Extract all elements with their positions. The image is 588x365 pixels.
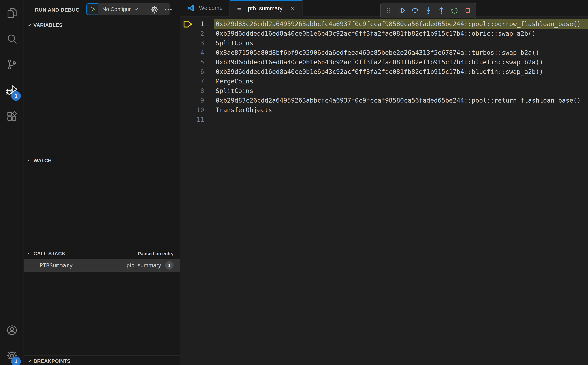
- line-text: 0xb39d6dddedd16ed8a40ce0b1e6b43c92acf0ff…: [214, 67, 588, 77]
- line-number: 2: [180, 30, 204, 37]
- line-number: 5: [180, 58, 204, 66]
- line-text: TransferObjects: [214, 105, 588, 115]
- stop-button[interactable]: [462, 5, 473, 16]
- vscode-logo-icon: [187, 4, 195, 12]
- call-stack-status: Paused on entry: [138, 251, 174, 256]
- line-number: 9: [180, 97, 204, 104]
- section-label: CALL STACK: [34, 251, 65, 257]
- sidebar-item-explorer[interactable]: [3, 3, 21, 23]
- code-line[interactable]: 90xb29d83c26cdd2a64959263abbcfc4a6937f0c…: [180, 96, 588, 105]
- code-line[interactable]: 7MergeCoins: [180, 77, 588, 86]
- line-text: 0xb29d83c26cdd2a64959263abbcfc4a6937f0c9…: [214, 96, 588, 105]
- vscode-window: 1: [0, 0, 588, 365]
- code-line[interactable]: 60xb39d6dddedd16ed8a40ce0b1e6b43c92acf0f…: [180, 67, 588, 77]
- section-call-stack[interactable]: CALL STACK Paused on entry: [24, 248, 180, 259]
- code-line[interactable]: 10xb29d83c26cdd2a64959263abbcfc4a6937f0c…: [180, 19, 588, 29]
- line-number: 4: [180, 49, 204, 56]
- sidebar-item-run-and-debug[interactable]: 1: [3, 80, 21, 100]
- code-line[interactable]: 50xb39d6dddedd16ed8a40ce0b1e6b43c92acf0f…: [180, 57, 588, 67]
- step-over-button[interactable]: [410, 5, 420, 16]
- run-and-debug-sidebar: RUN AND DEBUG No Configur: [24, 0, 180, 365]
- chevron-down-icon[interactable]: [133, 6, 139, 12]
- line-number: 11: [180, 116, 204, 123]
- line-text: SplitCoins: [214, 38, 588, 48]
- files-icon: [6, 7, 18, 19]
- section-breakpoints[interactable]: BREAKPOINTS: [24, 355, 180, 365]
- chevron-down-icon: [27, 251, 32, 256]
- line-text: 0xb39d6dddedd16ed8a40ce0b1e6b43c92acf0ff…: [214, 57, 588, 67]
- line-number: 6: [180, 68, 204, 75]
- line-text: MergeCoins: [214, 77, 588, 86]
- editor-group: Welcome ptb_summary: [180, 0, 588, 365]
- line-number: 8: [180, 87, 204, 94]
- chevron-down-icon: [27, 22, 32, 28]
- step-into-button[interactable]: [423, 5, 433, 16]
- activity-bar: 1: [0, 0, 24, 365]
- chevron-down-icon: [27, 358, 32, 364]
- accounts-item[interactable]: [3, 320, 21, 340]
- continue-button[interactable]: [397, 5, 407, 16]
- sidebar-item-extensions[interactable]: [3, 106, 21, 126]
- restart-button[interactable]: [449, 5, 460, 16]
- debug-toolbar: [380, 3, 476, 18]
- tab-ptb-summary[interactable]: ptb_summary: [230, 0, 303, 16]
- code-area[interactable]: 10xb29d83c26cdd2a64959263abbcfc4a6937f0c…: [180, 19, 588, 124]
- line-number: 10: [180, 106, 204, 114]
- views-more-actions-button[interactable]: [164, 5, 173, 14]
- start-debugging-button[interactable]: [86, 3, 98, 15]
- source-control-icon: [6, 58, 18, 70]
- step-out-button[interactable]: [436, 5, 447, 16]
- configuration-dropdown[interactable]: No Configur: [102, 6, 131, 12]
- sidebar-title: RUN AND DEBUG: [35, 7, 80, 13]
- line-number: 7: [180, 77, 204, 85]
- line-text: [214, 115, 588, 124]
- code-line[interactable]: 3SplitCoins: [180, 38, 588, 48]
- line-text: SplitCoins: [214, 86, 588, 96]
- sidebar-item-search[interactable]: [3, 29, 21, 49]
- code-line[interactable]: 11: [180, 115, 588, 124]
- list-file-icon: [236, 5, 244, 12]
- tab-label: ptb_summary: [248, 5, 283, 12]
- code-line[interactable]: 10TransferObjects: [180, 105, 588, 115]
- call-stack-frame-row[interactable]: PTBSummary ptb_summary 1: [24, 259, 180, 272]
- line-text: 0xb39d6dddedd16ed8a40ce0b1e6b43c92acf0ff…: [214, 29, 588, 38]
- code-line[interactable]: 20xb39d6dddedd16ed8a40ce0b1e6b43c92acf0f…: [180, 29, 588, 38]
- open-launch-json-button[interactable]: [150, 5, 159, 14]
- section-label: WATCH: [34, 158, 52, 164]
- line-text: 0x8ae871505a80d8bf6bf9c05906cda6edfeea46…: [214, 48, 588, 57]
- section-label: BREAKPOINTS: [34, 358, 71, 364]
- extensions-icon: [6, 110, 18, 122]
- tab-label: Welcome: [199, 5, 223, 11]
- close-icon[interactable]: [289, 5, 296, 12]
- sidebar-item-source-control[interactable]: [3, 54, 21, 75]
- line-text: 0xb29d83c26cdd2a64959263abbcfc4a6937f0c9…: [214, 19, 588, 29]
- debug-badge: 1: [11, 91, 21, 101]
- play-icon: [89, 6, 96, 13]
- frame-name: PTBSummary: [40, 262, 73, 269]
- tab-welcome[interactable]: Welcome: [180, 0, 230, 16]
- chevron-down-icon: [27, 158, 32, 163]
- debug-current-line-arrow-icon: [183, 20, 193, 28]
- frame-file: ptb_summary: [127, 262, 161, 269]
- code-line[interactable]: 40x8ae871505a80d8bf6bf9c05906cda6edfeea4…: [180, 48, 588, 57]
- manage-badge: 1: [11, 357, 21, 365]
- frame-line-badge: 1: [165, 261, 174, 270]
- account-icon: [6, 324, 18, 336]
- section-variables[interactable]: VARIABLES: [24, 20, 180, 30]
- toolbar-drag-grip[interactable]: [383, 5, 394, 16]
- line-number: 3: [180, 39, 204, 47]
- manage-item[interactable]: 1: [3, 345, 21, 365]
- section-watch[interactable]: WATCH: [24, 155, 180, 166]
- search-icon: [6, 33, 18, 45]
- code-line[interactable]: 8SplitCoins: [180, 86, 588, 96]
- section-label: VARIABLES: [34, 22, 63, 28]
